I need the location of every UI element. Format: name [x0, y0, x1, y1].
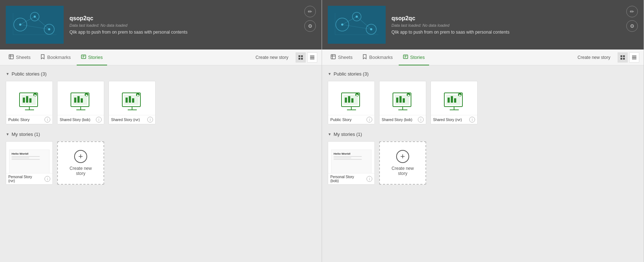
svg-rect-76: [632, 59, 636, 59]
chevron-down-icon-right-public: ▼: [328, 72, 331, 76]
my-stories-header-left[interactable]: ▼ My stories (1): [6, 132, 316, 137]
svg-rect-90: [403, 98, 405, 103]
svg-rect-45: [126, 98, 128, 103]
chevron-down-icon-left-my: ▼: [6, 132, 9, 136]
my-stories-title-left: My stories (1): [12, 132, 40, 137]
create-story-card-right[interactable]: + Create newstory: [379, 141, 426, 185]
app-name-left: qsop2qc: [69, 15, 316, 22]
svg-rect-12: [9, 55, 13, 59]
create-new-story-btn-right[interactable]: Create new story: [575, 53, 613, 61]
svg-rect-75: [632, 57, 636, 58]
tab-bookmarks-right[interactable]: Bookmarks: [358, 50, 397, 65]
story-label-text-shared-bob-left: Shared Story (bob): [60, 118, 96, 122]
story-label-text-shared-bob-right: Shared Story (bob): [382, 118, 418, 122]
create-card-label-left: Create newstory: [69, 166, 92, 176]
info-icon-public-left[interactable]: i: [45, 117, 50, 123]
my-stories-grid-left: Hello World! Personal Story(rvr) i + Cre…: [6, 141, 316, 185]
svg-rect-36: [74, 98, 76, 103]
svg-rect-99: [454, 98, 456, 103]
app-thumbnail-left: [6, 6, 64, 44]
story-card-shared-rvr-right[interactable]: ▶ Shared Story (rvr) i: [431, 81, 478, 124]
gear-button-right[interactable]: ⚙: [626, 20, 638, 32]
info-icon-shared-rvr-right[interactable]: i: [469, 117, 475, 123]
tab-sheets-label-right: Sheets: [338, 55, 352, 60]
story-card-icon-public-right: ▶: [339, 89, 364, 115]
tab-sheets-label-left: Sheets: [16, 55, 30, 60]
app-name-right: qsop2qc: [391, 15, 638, 22]
svg-rect-29: [29, 98, 31, 103]
tab-sheets-right[interactable]: Sheets: [326, 50, 357, 65]
my-stories-section-left: ▼ My stories (1) Hello World! Personal S…: [6, 132, 316, 185]
tab-bar-right: Sheets Bookmarks Stories Create new stor…: [322, 50, 644, 65]
create-plus-icon-right: +: [396, 150, 409, 163]
svg-rect-24: [310, 59, 314, 59]
header-actions-left: ✏ ⚙: [304, 6, 316, 32]
tab-bookmarks-label-left: Bookmarks: [47, 55, 71, 60]
tab-bookmarks-left[interactable]: Bookmarks: [36, 50, 75, 65]
story-card-icon-shared-bob-left: ▶: [68, 89, 93, 115]
svg-rect-67: [403, 55, 408, 59]
story-card-icon-public-left: ▶: [17, 89, 42, 115]
personal-story-thumb-right: Hello World!: [331, 150, 372, 175]
tab-stories-right[interactable]: Stories: [399, 50, 429, 65]
public-stories-section-right: ▼ Public stories (3): [328, 71, 638, 124]
svg-rect-20: [298, 58, 300, 60]
svg-rect-21: [301, 58, 303, 60]
sheets-icon-right: [331, 54, 336, 60]
tab-stories-label-right: Stories: [410, 55, 425, 60]
stories-icon-left: [81, 54, 86, 60]
svg-rect-74: [632, 56, 636, 56]
svg-rect-0: [6, 6, 64, 44]
info-icon-personal-left[interactable]: i: [45, 176, 50, 182]
story-card-public-right[interactable]: ▶ Public Story i: [328, 81, 375, 124]
svg-point-8: [34, 16, 36, 18]
svg-text:▶: ▶: [459, 94, 462, 97]
bookmarks-icon-right: [363, 54, 367, 60]
sheets-icon-left: [9, 54, 14, 60]
my-stories-title-right: My stories (1): [334, 132, 362, 137]
svg-point-7: [19, 23, 21, 26]
app-info-right: qsop2qc Data last loaded: No data loaded…: [391, 15, 638, 35]
gear-button-left[interactable]: ⚙: [304, 20, 316, 32]
info-icon-shared-bob-right[interactable]: i: [418, 117, 424, 123]
app-thumbnail-right: [328, 6, 386, 44]
app-info-left: qsop2qc Data last loaded: No data loaded…: [69, 15, 316, 35]
info-icon-shared-rvr-left[interactable]: i: [147, 117, 153, 123]
tab-sheets-left[interactable]: Sheets: [4, 50, 35, 65]
view-toggle-right: [618, 52, 639, 63]
grid-view-btn-left[interactable]: [296, 52, 306, 63]
story-card-public-left[interactable]: ▶ Public Story i: [6, 81, 53, 124]
create-new-story-btn-left[interactable]: Create new story: [253, 53, 291, 61]
edit-button-right[interactable]: ✏: [626, 6, 638, 17]
list-view-btn-left[interactable]: [307, 52, 317, 63]
svg-rect-72: [620, 58, 622, 60]
public-stories-header-right[interactable]: ▼ Public stories (3): [328, 71, 638, 77]
edit-button-left[interactable]: ✏: [304, 6, 316, 17]
story-card-icon-shared-rvr-right: ▶: [441, 89, 467, 115]
story-card-shared-rvr-left[interactable]: ▶ Shared Story (rvr) i: [109, 81, 156, 124]
create-story-card-left[interactable]: + Create newstory: [57, 141, 104, 185]
tab-stories-left[interactable]: Stories: [77, 50, 107, 65]
story-card-shared-bob-left[interactable]: ▶ Shared Story (bob) i: [57, 81, 104, 124]
app-header-right: qsop2qc Data last loaded: No data loaded…: [322, 0, 644, 50]
public-stories-header-left[interactable]: ▼ Public stories (3): [6, 71, 316, 77]
my-stories-header-right[interactable]: ▼ My stories (1): [328, 132, 638, 137]
public-stories-title-right: Public stories (3): [334, 71, 369, 77]
info-icon-public-right[interactable]: i: [367, 117, 372, 123]
story-card-personal-left[interactable]: Hello World! Personal Story(rvr) i: [6, 141, 53, 185]
story-card-shared-bob-right[interactable]: ▶ Shared Story (bob) i: [379, 81, 426, 124]
info-icon-shared-bob-left[interactable]: i: [96, 117, 102, 123]
svg-rect-15: [81, 55, 86, 59]
svg-point-61: [370, 28, 372, 30]
story-card-personal-right[interactable]: Hello World! Personal Story(bob) i: [328, 141, 375, 185]
story-card-label-shared-rvr-right: Shared Story (rvr) i: [431, 115, 477, 124]
list-view-btn-right[interactable]: [629, 52, 639, 63]
panel-right: qsop2qc Data last loaded: No data loaded…: [322, 0, 644, 262]
svg-rect-73: [623, 58, 625, 60]
data-status-right: Data last loaded: No data loaded: [391, 23, 638, 27]
story-card-label-shared-bob-right: Shared Story (bob) i: [380, 115, 426, 124]
info-icon-personal-right[interactable]: i: [367, 176, 372, 182]
grid-view-btn-right[interactable]: [618, 52, 628, 63]
content-right: ▼ Public stories (3): [322, 65, 644, 262]
chevron-down-icon-left-public: ▼: [6, 72, 9, 76]
